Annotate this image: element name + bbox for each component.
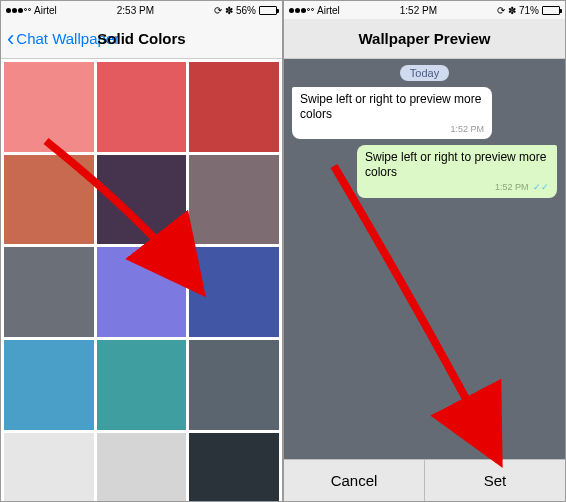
nav-bar: Wallpaper Preview: [284, 19, 565, 59]
status-time: 1:52 PM: [400, 5, 437, 16]
wallpaper-preview-area[interactable]: Today Swipe left or right to preview mor…: [284, 59, 565, 459]
color-grid: [1, 59, 282, 501]
message-timestamp: 1:52 PM: [495, 182, 529, 192]
nav-title: Solid Colors: [97, 30, 185, 47]
rotation-lock-icon: ⟳: [214, 5, 222, 16]
date-pill: Today: [400, 65, 449, 81]
incoming-message-bubble: Swipe left or right to preview more colo…: [292, 87, 492, 139]
outgoing-message-bubble: Swipe left or right to preview more colo…: [357, 145, 557, 197]
color-swatch[interactable]: [189, 247, 279, 337]
battery-pct: 71%: [519, 5, 539, 16]
color-swatch[interactable]: [4, 155, 94, 245]
color-swatch[interactable]: [189, 155, 279, 245]
bottom-bar: Cancel Set: [284, 459, 565, 501]
status-bar: Airtel 2:53 PM ⟳ ✽ 56%: [1, 1, 282, 19]
cancel-button[interactable]: Cancel: [284, 460, 425, 501]
back-chevron-icon[interactable]: ‹: [7, 26, 14, 52]
message-text: Swipe left or right to preview more colo…: [300, 92, 481, 121]
color-swatch[interactable]: [189, 340, 279, 430]
color-swatch[interactable]: [189, 62, 279, 152]
bluetooth-icon: ✽: [225, 5, 233, 16]
carrier-label: Airtel: [34, 5, 57, 16]
color-swatch[interactable]: [97, 247, 187, 337]
message-timestamp: 1:52 PM: [300, 124, 484, 135]
nav-bar: ‹ Chat Wallpaper Solid Colors: [1, 19, 282, 59]
phone-left: Airtel 2:53 PM ⟳ ✽ 56% ‹ Chat Wallpaper …: [0, 0, 283, 502]
color-swatch[interactable]: [189, 433, 279, 501]
read-ticks-icon: ✓✓: [533, 182, 549, 192]
signal-dots-icon: [289, 8, 314, 13]
color-swatch[interactable]: [4, 340, 94, 430]
color-swatch[interactable]: [97, 155, 187, 245]
battery-pct: 56%: [236, 5, 256, 16]
battery-icon: [259, 6, 277, 15]
status-bar: Airtel 1:52 PM ⟳ ✽ 71%: [284, 1, 565, 19]
color-swatch[interactable]: [97, 340, 187, 430]
set-button[interactable]: Set: [425, 460, 565, 501]
color-swatch[interactable]: [4, 247, 94, 337]
message-text: Swipe left or right to preview more colo…: [365, 150, 546, 179]
carrier-label: Airtel: [317, 5, 340, 16]
status-time: 2:53 PM: [117, 5, 154, 16]
color-swatch[interactable]: [4, 433, 94, 501]
nav-title: Wallpaper Preview: [284, 30, 565, 47]
color-swatch[interactable]: [97, 433, 187, 501]
color-swatch[interactable]: [97, 62, 187, 152]
battery-icon: [542, 6, 560, 15]
signal-dots-icon: [6, 8, 31, 13]
bluetooth-icon: ✽: [508, 5, 516, 16]
phone-right: Airtel 1:52 PM ⟳ ✽ 71% Wallpaper Preview…: [283, 0, 566, 502]
rotation-lock-icon: ⟳: [497, 5, 505, 16]
color-swatch[interactable]: [4, 62, 94, 152]
